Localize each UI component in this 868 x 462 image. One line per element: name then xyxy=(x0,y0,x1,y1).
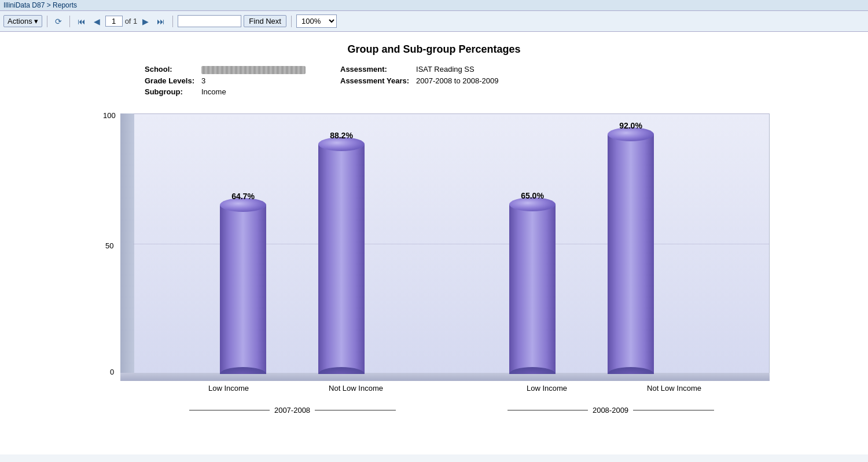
year-label-2008: 2008-2009 xyxy=(588,406,633,415)
y-label-50: 50 xyxy=(105,241,113,250)
find-next-button[interactable]: Find Next xyxy=(244,15,286,27)
subgroup-label: Subgroup: xyxy=(145,87,201,96)
year-bracket-line-2007: 2007-2008 xyxy=(189,406,396,415)
prev-icon: ◀ xyxy=(94,17,100,26)
next-page-button[interactable]: ▶ xyxy=(139,15,152,28)
page-input[interactable] xyxy=(105,16,123,27)
prev-page-button[interactable]: ◀ xyxy=(91,15,103,28)
bar-not-low-income-2007: 88.2% xyxy=(318,131,365,374)
assessment-value: ISAT Reading SS xyxy=(416,65,498,76)
school-label: School: xyxy=(145,65,201,76)
grade-value: 3 xyxy=(201,76,340,87)
y-label-100: 100 xyxy=(103,111,116,120)
chart-left-wall xyxy=(120,113,134,374)
chart: 100 50 0 xyxy=(93,108,775,432)
breadcrumb: IlliniData D87 > Reports xyxy=(0,0,868,11)
year-bracket-line-2008: 2008-2009 xyxy=(507,406,714,415)
report-area: Group and Sub-group Percentages School: … xyxy=(0,32,868,454)
school-value xyxy=(201,65,340,76)
svg-text:88.2%: 88.2% xyxy=(330,131,353,140)
svg-text:92.0%: 92.0% xyxy=(619,121,642,130)
svg-rect-12 xyxy=(608,134,654,374)
first-icon: ⏮ xyxy=(78,17,86,26)
separator-1 xyxy=(47,16,47,27)
year-bracket-2008: 2008-2009 xyxy=(451,406,770,415)
find-input[interactable] xyxy=(178,15,241,27)
subgroup-value: Income xyxy=(201,87,340,96)
x-label-li-2008: Low Income xyxy=(483,384,610,393)
separator-2 xyxy=(69,16,70,27)
next-icon: ▶ xyxy=(142,17,149,26)
chart-floor xyxy=(120,373,770,381)
y-label-0: 0 xyxy=(110,368,114,376)
svg-text:65.0%: 65.0% xyxy=(521,191,544,200)
year-bracket-2007: 2007-2008 xyxy=(133,406,451,415)
bar-low-income-2007: 64.7% xyxy=(220,192,266,374)
refresh-button[interactable]: ⟳ xyxy=(52,15,65,28)
report-title: Group and Sub-group Percentages xyxy=(17,43,851,56)
svg-rect-8 xyxy=(509,204,556,374)
svg-rect-0 xyxy=(220,205,266,374)
year-label-2007: 2007-2008 xyxy=(270,406,315,415)
page-of-label: of 1 xyxy=(125,17,138,25)
first-page-button[interactable]: ⏮ xyxy=(75,15,89,28)
x-labels-row: Low Income Not Low Income Low Income Not… xyxy=(133,384,770,393)
x-label-nli-2007: Not Low Income xyxy=(292,384,420,393)
assessment-years-value: 2007-2008 to 2008-2009 xyxy=(416,76,498,87)
meta-table: School: Assessment: ISAT Reading SS Grad… xyxy=(145,65,498,96)
last-page-button[interactable]: ⏭ xyxy=(154,15,168,28)
toolbar: Actions ▾ ⟳ ⏮ ◀ of 1 ▶ ⏭ Find Next 50% 7… xyxy=(0,11,868,32)
x-label-li-2007: Low Income xyxy=(165,384,292,393)
bar-not-low-income-2008: 92.0% xyxy=(608,121,654,374)
x-group-1-labels: Low Income Not Low Income xyxy=(133,384,451,393)
x-group-2-labels: Low Income Not Low Income xyxy=(451,384,770,393)
assessment-years-label: Assessment Years: xyxy=(340,76,416,87)
grade-label: Grade Levels: xyxy=(145,76,201,87)
separator-3 xyxy=(172,16,173,27)
bars-svg: 64.7% 88.2% 65.0% 92.0% xyxy=(133,113,770,374)
bar-low-income-2008: 65.0% xyxy=(509,191,556,374)
last-icon: ⏭ xyxy=(157,17,165,26)
x-label-nli-2008: Not Low Income xyxy=(610,384,738,393)
year-brackets: 2007-2008 2008-2009 xyxy=(133,406,770,415)
zoom-select[interactable]: 50% 75% 100% 125% 150% 200% xyxy=(296,14,337,28)
separator-4 xyxy=(291,16,292,27)
assessment-label: Assessment: xyxy=(340,65,416,76)
svg-rect-4 xyxy=(318,144,365,374)
svg-text:64.7%: 64.7% xyxy=(231,192,255,201)
actions-button[interactable]: Actions ▾ xyxy=(3,15,42,27)
